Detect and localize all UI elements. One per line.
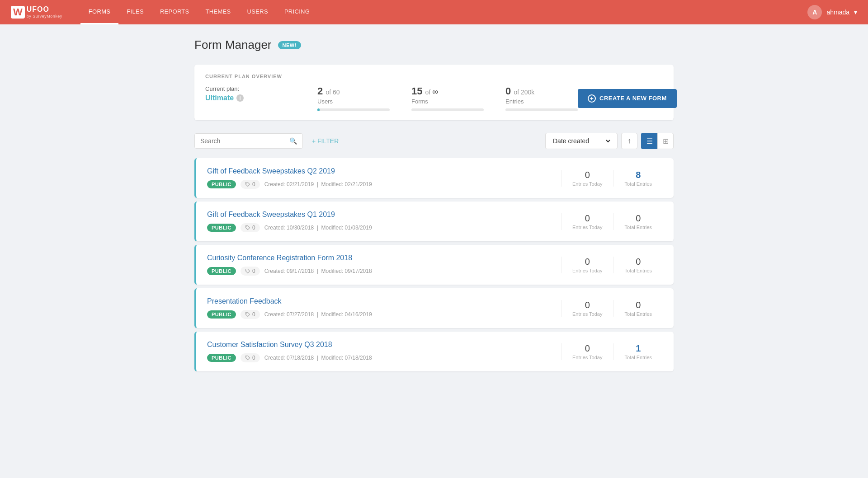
form-total-entries-value-0: 8 xyxy=(624,170,652,180)
create-new-form-button[interactable]: + CREATE A NEW FORM xyxy=(578,89,677,108)
form-card-3: Presentation Feedback PUBLIC 0 Created: … xyxy=(194,288,674,328)
form-card-meta-4: PUBLIC 0 Created: 07/18/2018 | Modified:… xyxy=(207,353,554,362)
form-dates-1: Created: 10/30/2018 | Modified: 01/03/20… xyxy=(264,225,372,231)
stat-users-bar-bg xyxy=(317,108,390,111)
nav-item-reports[interactable]: REPORTS xyxy=(152,0,198,24)
form-total-entries-value-3: 0 xyxy=(624,300,652,310)
form-entries-today-value-0: 0 xyxy=(572,170,602,180)
form-card-info-4: Customer Satisfaction Survey Q3 2018 PUB… xyxy=(207,341,554,362)
avatar: A xyxy=(807,5,822,19)
chevron-down-icon: ▾ xyxy=(854,9,857,16)
form-total-entries-value-4: 1 xyxy=(624,343,652,354)
form-total-entries-3: 0 Total Entries xyxy=(613,300,663,317)
form-tag-3: 0 xyxy=(241,310,260,319)
plan-name[interactable]: Ultimate i xyxy=(205,94,285,102)
form-tag-4: 0 xyxy=(241,353,260,362)
form-entries-today-value-4: 0 xyxy=(572,343,602,354)
form-total-entries-label-0: Total Entries xyxy=(624,181,652,187)
sort-direction-button[interactable]: ↑ xyxy=(621,133,637,149)
stat-users-numbers: 2 of 60 xyxy=(317,85,390,97)
form-entries-today-label-4: Entries Today xyxy=(572,355,602,360)
stat-forms-label: Forms xyxy=(411,98,484,105)
nav-link-pricing[interactable]: PRICING xyxy=(276,0,318,23)
tag-icon-0 xyxy=(245,182,250,187)
stat-forms-numbers: 15 of ∞ xyxy=(411,85,484,97)
stat-entries-bar-bg xyxy=(505,108,578,111)
form-entries-today-value-2: 0 xyxy=(572,257,602,267)
svg-point-4 xyxy=(246,356,247,357)
form-entries-today-2: 0 Entries Today xyxy=(561,257,613,273)
form-name-link-0[interactable]: Gift of Feedback Sweepstakes Q2 2019 xyxy=(207,167,554,175)
stat-entries: 0 of 200k Entries xyxy=(505,85,578,111)
form-total-entries-2: 0 Total Entries xyxy=(613,257,663,273)
filter-row: 🔍 + FILTER Date createdDate modifiedName… xyxy=(194,133,674,149)
filter-button[interactable]: + FILTER xyxy=(310,134,340,148)
form-name-link-4[interactable]: Customer Satisfaction Survey Q3 2018 xyxy=(207,341,554,349)
form-total-entries-label-1: Total Entries xyxy=(624,225,652,230)
form-name-link-1[interactable]: Gift of Feedback Sweepstakes Q1 2019 xyxy=(207,211,554,219)
logo[interactable]: W UFOO by SurveyMonkey xyxy=(11,6,62,19)
form-entries-today-3: 0 Entries Today xyxy=(561,300,613,317)
plan-current: Current plan: Ultimate i xyxy=(205,85,296,102)
nav-item-themes[interactable]: THEMES xyxy=(198,0,239,24)
form-card-meta-3: PUBLIC 0 Created: 07/27/2018 | Modified:… xyxy=(207,310,554,319)
public-badge-4: PUBLIC xyxy=(207,354,236,362)
stat-entries-numbers: 0 of 200k xyxy=(505,85,578,97)
nav-item-users[interactable]: USERS xyxy=(239,0,276,24)
form-card-meta-0: PUBLIC 0 Created: 02/21/2019 | Modified:… xyxy=(207,180,554,189)
form-total-entries-4: 1 Total Entries xyxy=(613,343,663,360)
form-name-link-2[interactable]: Curiosity Conference Registration Form 2… xyxy=(207,254,554,262)
form-card-0: Gift of Feedback Sweepstakes Q2 2019 PUB… xyxy=(194,158,674,198)
navbar: W UFOO by SurveyMonkey FORMSFILESREPORTS… xyxy=(0,0,868,24)
form-entries-today-4: 0 Entries Today xyxy=(561,343,613,360)
nav-link-forms[interactable]: FORMS xyxy=(80,0,118,24)
sort-select-wrapper[interactable]: Date createdDate modifiedNameEntries xyxy=(545,133,618,149)
nav-link-themes[interactable]: THEMES xyxy=(198,0,239,23)
nav-links: FORMSFILESREPORTSTHEMESUSERSPRICING xyxy=(80,0,318,24)
form-stats-4: 0 Entries Today 1 Total Entries xyxy=(561,343,663,360)
nav-item-forms[interactable]: FORMS xyxy=(80,0,118,24)
sort-select[interactable]: Date createdDate modifiedNameEntries xyxy=(551,137,612,145)
nav-link-files[interactable]: FILES xyxy=(118,0,152,23)
form-total-entries-0: 8 Total Entries xyxy=(613,170,663,187)
stat-users-label: Users xyxy=(317,98,390,105)
user-menu[interactable]: A ahmada ▾ xyxy=(807,5,857,19)
nav-link-reports[interactable]: REPORTS xyxy=(152,0,198,23)
form-card-info-3: Presentation Feedback PUBLIC 0 Created: … xyxy=(207,297,554,319)
public-badge-0: PUBLIC xyxy=(207,180,236,188)
svg-point-3 xyxy=(246,313,247,314)
form-total-entries-label-2: Total Entries xyxy=(624,268,652,273)
sort-controls: Date createdDate modifiedNameEntries ↑ ☰… xyxy=(545,133,674,149)
form-entries-today-label-1: Entries Today xyxy=(572,225,602,230)
nav-link-users[interactable]: USERS xyxy=(239,0,276,23)
stat-users-count: 2 xyxy=(317,85,323,97)
form-entries-today-value-1: 0 xyxy=(572,213,602,224)
form-dates-4: Created: 07/18/2018 | Modified: 07/18/20… xyxy=(264,355,372,361)
form-dates-0: Created: 02/21/2019 | Modified: 02/21/20… xyxy=(264,181,372,187)
main-content: Form Manager NEW! CURRENT PLAN OVERVIEW … xyxy=(185,24,683,385)
form-name-link-3[interactable]: Presentation Feedback xyxy=(207,297,554,305)
tag-icon-2 xyxy=(245,268,250,274)
grid-view-button[interactable]: ⊞ xyxy=(657,133,674,149)
list-view-button[interactable]: ☰ xyxy=(641,133,657,149)
search-icon: 🔍 xyxy=(289,137,297,145)
form-card-4: Customer Satisfaction Survey Q3 2018 PUB… xyxy=(194,332,674,371)
nav-item-files[interactable]: FILES xyxy=(118,0,152,24)
new-badge: NEW! xyxy=(278,41,301,49)
search-input[interactable] xyxy=(200,137,286,145)
search-box[interactable]: 🔍 xyxy=(194,133,303,149)
form-total-entries-value-1: 0 xyxy=(624,213,652,224)
plan-stats: Current plan: Ultimate i 2 of 60 Users xyxy=(205,85,663,111)
nav-item-pricing[interactable]: PRICING xyxy=(276,0,318,24)
svg-point-1 xyxy=(246,226,247,227)
plus-icon: + xyxy=(588,94,596,103)
plan-info-icon[interactable]: i xyxy=(236,94,244,102)
form-card-2: Curiosity Conference Registration Form 2… xyxy=(194,245,674,285)
list-view-icon: ☰ xyxy=(646,137,653,145)
form-total-entries-label-3: Total Entries xyxy=(624,311,652,317)
grid-view-icon: ⊞ xyxy=(663,137,669,145)
public-badge-1: PUBLIC xyxy=(207,224,236,232)
logo-sub: by SurveyMonkey xyxy=(27,14,62,19)
form-card-1: Gift of Feedback Sweepstakes Q1 2019 PUB… xyxy=(194,202,674,241)
form-entries-today-label-2: Entries Today xyxy=(572,268,602,273)
